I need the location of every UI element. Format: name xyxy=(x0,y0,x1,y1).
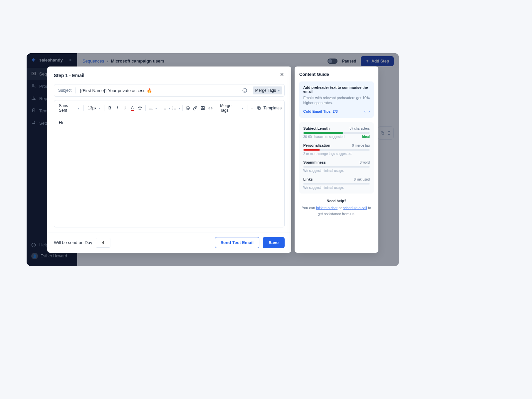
metric-personalization: Personalization0 merge tag2 or more merg… xyxy=(303,143,370,156)
svg-point-8 xyxy=(173,107,173,107)
link-icon xyxy=(193,106,198,110)
code-icon xyxy=(208,106,213,110)
font-family-select[interactable]: Sans Serif▾ xyxy=(57,102,81,114)
copy-icon xyxy=(257,106,261,110)
tip-body: Emails with relevant preheaders get 10% … xyxy=(303,95,370,106)
chevron-down-icon: ▾ xyxy=(179,106,180,110)
metric-note: 2 or more merge tags suggested. xyxy=(303,152,352,156)
metric-bar xyxy=(303,132,370,134)
metric-value: 0 link used xyxy=(354,178,370,181)
align-left-icon xyxy=(149,106,153,110)
metric-value: 0 merge tag xyxy=(352,144,370,147)
subject-input[interactable] xyxy=(80,88,236,93)
metric-note: 30-60 characters suggested. xyxy=(303,135,345,139)
tip-title: Add preheader text to summarise the emai… xyxy=(303,85,370,93)
metric-spamminess: Spamminess0 wordWe suggest minimal usage… xyxy=(303,160,370,173)
help-title: Need help? xyxy=(299,198,374,204)
italic-button[interactable]: I xyxy=(114,104,121,112)
metric-subject-length: Subject Length37 characters30-60 charact… xyxy=(303,126,370,139)
subject-row: Subject Merge Tags ▾ xyxy=(54,84,285,97)
editor-toolbar: Sans Serif▾ 13px▾ B I U A xyxy=(54,100,284,116)
metric-status: Ideal xyxy=(362,135,370,139)
metric-note: We suggest minimal usage. xyxy=(303,169,344,173)
metric-name: Links xyxy=(303,177,313,181)
underline-button[interactable]: U xyxy=(121,104,128,112)
close-button[interactable] xyxy=(279,72,285,79)
initiate-chat-link[interactable]: initiate a chat xyxy=(316,206,337,210)
emoji-toolbar-button[interactable] xyxy=(185,104,192,112)
subject-label: Subject xyxy=(58,88,71,93)
metric-bar xyxy=(303,166,370,168)
metric-note: We suggest minimal usage. xyxy=(303,186,344,190)
text-color-button[interactable]: A xyxy=(129,104,136,112)
metric-value: 37 characters xyxy=(349,127,370,130)
svg-point-11 xyxy=(186,106,190,110)
code-button[interactable] xyxy=(207,104,214,112)
metric-links: Links0 link usedWe suggest minimal usage… xyxy=(303,177,370,190)
content-guide-panel: Content Guide Add preheader text to summ… xyxy=(295,66,378,253)
subject-merge-tags[interactable]: Merge Tags ▾ xyxy=(253,86,282,94)
send-day-input[interactable] xyxy=(96,238,110,248)
font-size-select[interactable]: 13px▾ xyxy=(86,105,102,111)
chevron-down-icon: ▾ xyxy=(155,106,157,110)
link-button[interactable] xyxy=(192,104,199,112)
image-button[interactable] xyxy=(200,104,206,112)
unordered-list-button[interactable] xyxy=(171,104,178,112)
send-day-label: Will be send on Day xyxy=(54,240,92,245)
save-button[interactable]: Save xyxy=(263,237,285,248)
chevron-down-icon: ▾ xyxy=(241,106,243,110)
highlight-button[interactable] xyxy=(136,104,143,112)
smile-icon xyxy=(242,88,247,93)
ordered-list-button[interactable] xyxy=(161,104,168,112)
tip-box: Add preheader text to summarise the emai… xyxy=(299,81,374,118)
tip-link[interactable]: Cold Email Tips 2/3 xyxy=(303,109,338,113)
email-step-modal: Step 1 - Email Subject Merge Tags ▾ xyxy=(47,66,291,253)
chevron-down-icon: ▾ xyxy=(278,89,280,92)
editor-box: Sans Serif▾ 13px▾ B I U A xyxy=(54,100,285,227)
metric-name: Spamminess xyxy=(303,160,326,164)
editor-area[interactable]: Hi xyxy=(54,116,284,227)
image-icon xyxy=(200,106,205,110)
align-button[interactable] xyxy=(148,104,155,112)
schedule-call-link[interactable]: schedule a call xyxy=(343,206,367,210)
svg-point-10 xyxy=(173,109,173,109)
modal-title: Step 1 - Email xyxy=(54,73,84,78)
metric-value: 0 word xyxy=(360,161,370,164)
send-test-button[interactable]: Send Test Email xyxy=(215,237,259,248)
app-frame: saleshandy ⇤ SequencesProspectsReportsTe… xyxy=(27,53,399,266)
metric-name: Personalization xyxy=(303,143,330,147)
emoji-button[interactable] xyxy=(241,86,249,94)
templates-label: Templates xyxy=(263,106,282,110)
tip-next[interactable]: › xyxy=(368,109,370,114)
highlight-icon xyxy=(138,106,142,110)
content-guide-title: Content Guide xyxy=(299,72,374,77)
chevron-down-icon: ▾ xyxy=(98,106,100,110)
close-icon xyxy=(279,72,285,77)
chevron-down-icon: ▾ xyxy=(78,106,79,110)
chevron-down-icon: ▾ xyxy=(169,106,170,110)
metric-bar xyxy=(303,183,370,185)
subject-merge-tags-label: Merge Tags xyxy=(255,88,276,93)
svg-point-7 xyxy=(243,88,247,92)
modal-footer: Will be send on Day Send Test Email Save xyxy=(47,232,291,253)
toolbar-merge-tags[interactable]: Merge Tags▾ xyxy=(218,102,245,114)
more-button[interactable]: ⋯ xyxy=(249,104,256,112)
smile-icon xyxy=(186,106,190,110)
metric-bar xyxy=(303,149,370,151)
help-block: Need help? You can initiate a chat or sc… xyxy=(299,198,374,217)
tip-prev[interactable]: ‹ xyxy=(364,109,366,114)
modal-container: Step 1 - Email Subject Merge Tags ▾ xyxy=(47,66,378,253)
templates-button[interactable]: Templates xyxy=(257,106,282,110)
svg-rect-12 xyxy=(201,106,205,109)
ul-icon xyxy=(172,106,177,110)
bold-button[interactable]: B xyxy=(106,104,113,112)
metric-name: Subject Length xyxy=(303,126,330,130)
metrics-block: Subject Length37 characters30-60 charact… xyxy=(299,122,374,194)
svg-point-9 xyxy=(173,108,173,108)
ol-icon xyxy=(162,106,167,110)
svg-rect-14 xyxy=(259,107,261,109)
